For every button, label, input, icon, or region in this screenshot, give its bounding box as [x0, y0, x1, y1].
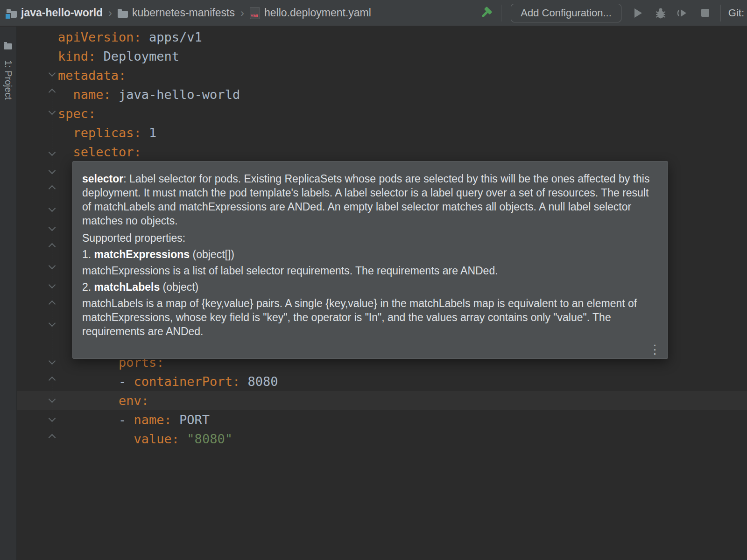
- breadcrumb-label: java-hello-world: [21, 7, 103, 19]
- breadcrumb-item-file[interactable]: YML hello.deployment.yaml: [250, 7, 371, 19]
- stop-icon: [701, 9, 709, 17]
- bug-icon: [655, 7, 667, 19]
- code-line-current[interactable]: env:: [17, 391, 747, 410]
- code-line[interactable]: apiVersion: apps/v1: [17, 28, 747, 47]
- debug-button[interactable]: [649, 3, 672, 23]
- tool-window-stripe: 1: Project: [0, 27, 17, 560]
- project-folder-icon: [7, 11, 17, 18]
- hammer-icon: [479, 6, 493, 20]
- breadcrumb-item-project[interactable]: java-hello-world: [7, 7, 103, 19]
- run-with-profiler-icon: [677, 7, 690, 20]
- project-tool-icon: [4, 43, 12, 49]
- doc-supported-heading: Supported properties:: [82, 231, 655, 245]
- breadcrumb-label: kubernetes-manifests: [132, 7, 235, 19]
- toolbar-right: Add Configuration...: [475, 0, 747, 26]
- stop-button[interactable]: [694, 3, 717, 23]
- build-button[interactable]: [475, 3, 497, 23]
- editor[interactable]: apiVersion: apps/v1 kind: Deployment met…: [17, 27, 747, 560]
- run-button[interactable]: [627, 3, 649, 23]
- sidebar-item-project[interactable]: 1: Project: [3, 60, 14, 99]
- code-line[interactable]: value: "8080": [17, 429, 747, 448]
- code-line[interactable]: replicas: 1: [17, 123, 747, 142]
- profile-button[interactable]: [672, 3, 694, 23]
- doc-property-2: 2. matchLabels (object): [82, 280, 655, 294]
- kebab-menu-icon[interactable]: ⋮: [648, 343, 661, 356]
- doc-property-1: 1. matchExpressions (object[]): [82, 247, 655, 261]
- breadcrumb-label: hello.deployment.yaml: [264, 7, 371, 19]
- doc-property-2-desc: matchLabels is a map of {key,value} pair…: [82, 296, 655, 338]
- separator: [501, 5, 501, 21]
- navigation-bar: java-hello-world › kubernetes-manifests …: [0, 0, 747, 26]
- documentation-popup: selector: Label selector for pods. Exist…: [72, 161, 668, 359]
- play-icon: [634, 8, 642, 18]
- code-line[interactable]: kind: Deployment: [17, 47, 747, 66]
- chevron-right-icon: ›: [107, 7, 113, 20]
- add-configuration-button[interactable]: Add Configuration...: [511, 4, 621, 22]
- code-line[interactable]: metadata:: [17, 66, 747, 85]
- code-line[interactable]: selector:: [17, 142, 747, 161]
- code-line[interactable]: spec:: [17, 104, 747, 123]
- chevron-right-icon: ›: [240, 7, 245, 20]
- yaml-badge-text: YML: [250, 14, 260, 18]
- code-line[interactable]: - containerPort: 8080: [17, 372, 747, 391]
- doc-property-1-desc: matchExpressions is a list of label sele…: [82, 264, 655, 278]
- breadcrumb-item-folder[interactable]: kubernetes-manifests: [118, 7, 235, 19]
- separator: [720, 5, 721, 21]
- breadcrumb: java-hello-world › kubernetes-manifests …: [7, 7, 371, 20]
- yaml-file-icon: YML: [250, 7, 260, 19]
- git-widget[interactable]: Git:: [728, 7, 744, 19]
- code-line[interactable]: name: java-hello-world: [17, 85, 747, 104]
- code-line[interactable]: - name: PORT: [17, 410, 747, 429]
- doc-description: selector: Label selector for pods. Exist…: [82, 172, 655, 228]
- folder-icon: [118, 11, 128, 18]
